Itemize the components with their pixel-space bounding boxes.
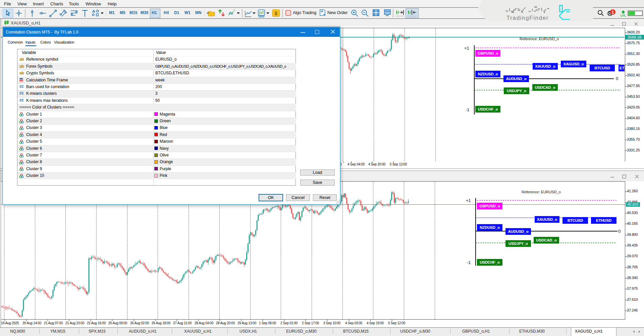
svg-text:LVL: LVL: [621, 14, 626, 17]
svg-text:$: $: [275, 11, 277, 16]
svg-text:1: 1: [612, 10, 614, 15]
